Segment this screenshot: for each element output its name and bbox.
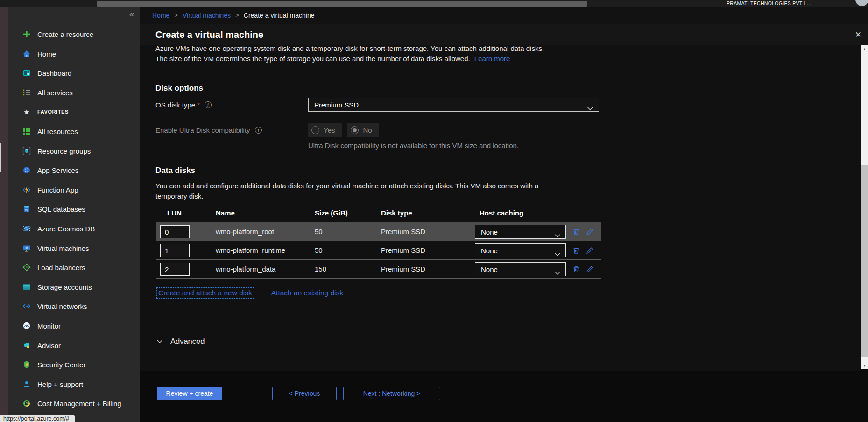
sidebar-item-cost-management-billing[interactable]: s Cost Management + Billing bbox=[8, 393, 140, 413]
lun-input[interactable] bbox=[160, 244, 190, 257]
ultra-disk-row: Enable Ultra Disk compatibility i bbox=[155, 123, 262, 137]
column-header-lun: LUN bbox=[167, 209, 182, 217]
edit-disk-icon[interactable] bbox=[586, 265, 595, 273]
dashboard-icon bbox=[22, 69, 31, 77]
chevron-right-icon: > bbox=[174, 12, 178, 19]
sidebar-item-virtual-machines[interactable]: Virtual machines bbox=[8, 238, 140, 258]
info-icon[interactable]: i bbox=[205, 101, 212, 108]
host-caching-dropdown[interactable]: None bbox=[475, 262, 566, 276]
page-title: Create a virtual machine bbox=[155, 29, 263, 40]
load-balancers-icon bbox=[22, 263, 31, 272]
ultra-disk-radio-group: Yes No bbox=[308, 123, 379, 137]
create-and-attach-new-disk-link[interactable]: Create and attach a new disk bbox=[156, 287, 254, 299]
sidebar-item-load-balancers[interactable]: Load balancers bbox=[8, 257, 140, 277]
delete-disk-icon[interactable] bbox=[572, 246, 581, 255]
panel-header: Create a virtual machine ✕ bbox=[140, 24, 868, 45]
data-disks-heading: Data disks bbox=[155, 166, 195, 175]
learn-more-link[interactable]: Learn more bbox=[474, 55, 510, 63]
collapse-sidebar-icon[interactable]: « bbox=[129, 9, 134, 19]
attach-existing-disk-link[interactable]: Attach an existing disk bbox=[271, 289, 343, 297]
sidebar-item-function-app[interactable]: Function App bbox=[8, 180, 140, 200]
sidebar-item-all-resources[interactable]: All resources bbox=[8, 122, 140, 141]
advanced-section-toggle[interactable]: Advanced bbox=[156, 334, 205, 348]
chevron-down-icon bbox=[555, 268, 560, 277]
lun-input[interactable] bbox=[160, 263, 190, 276]
chevron-down-icon bbox=[555, 231, 560, 239]
top-chrome-bar: PRAMATI TECHNOLOGIES PVT L... bbox=[0, 0, 868, 7]
advisor-icon bbox=[22, 341, 31, 350]
host-caching-dropdown[interactable]: None bbox=[475, 243, 566, 257]
edit-disk-icon[interactable] bbox=[586, 246, 595, 255]
ultra-disk-note: Ultra Disk compatibility is not availabl… bbox=[308, 142, 519, 150]
edit-disk-icon[interactable] bbox=[586, 228, 595, 236]
sidebar-item-security-center[interactable]: Security Center bbox=[8, 355, 140, 374]
previous-button[interactable]: < Previous bbox=[272, 387, 337, 400]
azure-portal-window: PRAMATI TECHNOLOGIES PVT L... « Create a… bbox=[0, 0, 868, 422]
lun-input[interactable] bbox=[160, 225, 190, 238]
sidebar: « Create a resource Home Dashboard All s… bbox=[8, 7, 140, 422]
sidebar-item-storage-accounts[interactable]: Storage accounts bbox=[8, 277, 140, 297]
radio-unselected-icon bbox=[311, 126, 319, 134]
ultra-disk-label: Enable Ultra Disk compatibility bbox=[155, 126, 250, 134]
search-bar bbox=[97, 1, 587, 7]
sidebar-item-create-a-resource[interactable]: Create a resource bbox=[8, 24, 140, 44]
function-app-icon bbox=[22, 186, 31, 194]
chevron-down-icon bbox=[156, 339, 163, 343]
vertical-scrollbar[interactable]: ▲ ▼ bbox=[861, 45, 868, 369]
breadcrumb-current-page: Create a virtual machine bbox=[244, 12, 315, 19]
radio-selected-icon bbox=[351, 126, 359, 134]
scroll-up-icon[interactable]: ▲ bbox=[861, 45, 868, 52]
sql-databases-icon: SQL bbox=[22, 205, 31, 213]
table-row: wmo-platform_root 50 Premium SSD None bbox=[156, 222, 601, 241]
sidebar-item-app-services[interactable]: App Services bbox=[8, 160, 140, 180]
disk-name: wmo-platform_data bbox=[216, 265, 275, 273]
delete-disk-icon[interactable] bbox=[572, 228, 581, 236]
ultra-disk-no-radio[interactable]: No bbox=[347, 123, 379, 137]
disk-options-heading: Disk options bbox=[155, 84, 203, 93]
tenant-name[interactable]: PRAMATI TECHNOLOGIES PVT L... bbox=[727, 0, 811, 6]
disk-name: wmo-platform_runtime bbox=[216, 246, 285, 254]
sidebar-item-help-support[interactable]: Help + support bbox=[8, 374, 140, 394]
intro-text: Azure VMs have one operating system disk… bbox=[155, 45, 544, 64]
svg-text:SQL: SQL bbox=[24, 209, 29, 212]
active-item-indicator bbox=[0, 143, 1, 172]
all-resources-icon bbox=[22, 127, 31, 136]
sidebar-item-monitor[interactable]: Monitor bbox=[8, 316, 140, 336]
security-center-icon bbox=[22, 360, 31, 369]
wizard-footer: Review + create < Previous Next : Networ… bbox=[140, 371, 868, 422]
sidebar-item-dashboard[interactable]: Dashboard bbox=[8, 63, 140, 83]
sidebar-item-sql-databases[interactable]: SQL SQL databases bbox=[8, 199, 140, 219]
sidebar-item-azure-cosmos-db[interactable]: Azure Cosmos DB bbox=[8, 219, 140, 238]
sidebar-item-resource-groups[interactable]: Resource groups bbox=[8, 141, 140, 161]
disks-tab-content: Azure VMs have one operating system disk… bbox=[140, 45, 861, 371]
sidebar-item-all-services[interactable]: All services bbox=[8, 83, 140, 102]
cosmos-db-icon bbox=[22, 224, 31, 233]
breadcrumb-virtual-machines-link[interactable]: Virtual machines bbox=[183, 12, 231, 19]
close-icon[interactable]: ✕ bbox=[855, 30, 861, 40]
column-header-disk-type: Disk type bbox=[381, 209, 412, 217]
avatar[interactable] bbox=[855, 0, 868, 6]
os-disk-type-label: OS disk type bbox=[155, 101, 195, 109]
delete-disk-icon[interactable] bbox=[572, 265, 581, 273]
next-networking-button[interactable]: Next : Networking > bbox=[343, 387, 440, 400]
sidebar-item-virtual-networks[interactable]: Virtual networks bbox=[8, 296, 140, 316]
cost-management-icon: s bbox=[22, 399, 31, 408]
ultra-disk-yes-radio[interactable]: Yes bbox=[308, 123, 342, 137]
divider bbox=[156, 351, 601, 351]
sidebar-section-favorites: ★ FAVORITES bbox=[8, 102, 140, 122]
review-create-button[interactable]: Review + create bbox=[157, 387, 222, 400]
sidebar-item-home[interactable]: Home bbox=[8, 44, 140, 64]
column-header-host-caching: Host caching bbox=[480, 209, 523, 217]
breadcrumb-home-link[interactable]: Home bbox=[152, 12, 169, 19]
scroll-down-icon[interactable]: ▼ bbox=[861, 362, 868, 369]
home-icon bbox=[22, 50, 31, 58]
host-caching-dropdown[interactable]: None bbox=[475, 225, 566, 239]
scrollbar-thumb[interactable] bbox=[861, 165, 868, 357]
breadcrumb: Home > Virtual machines > Create a virtu… bbox=[140, 7, 868, 24]
info-icon[interactable]: i bbox=[255, 127, 262, 134]
chevron-down-icon bbox=[587, 104, 593, 112]
column-header-name: Name bbox=[216, 209, 235, 217]
os-disk-type-dropdown[interactable]: Premium SSD bbox=[308, 98, 599, 112]
sidebar-item-advisor[interactable]: Advisor bbox=[8, 336, 140, 355]
disk-size: 150 bbox=[315, 265, 326, 273]
